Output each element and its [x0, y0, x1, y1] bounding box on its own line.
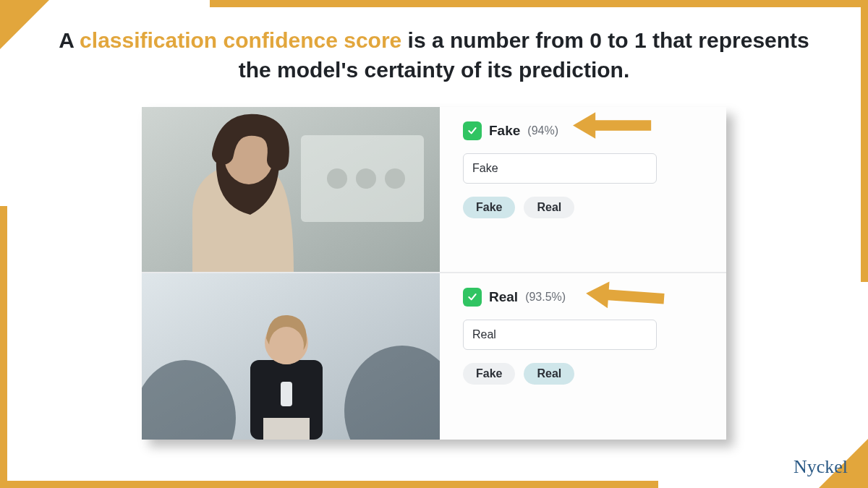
frame-edge-right	[861, 0, 868, 282]
label-input-value: Real	[472, 328, 496, 341]
sample-image	[142, 273, 440, 440]
svg-marker-16	[585, 280, 665, 312]
svg-point-2	[327, 168, 347, 189]
prediction-meta: Real (93.5%) Real Fake Real	[440, 273, 726, 440]
headline-lead: A	[59, 28, 80, 52]
label-chips: Fake Real	[463, 363, 707, 385]
classification-panel: Fake (94%) Fake Fake Real	[142, 107, 726, 440]
svg-rect-14	[281, 382, 292, 406]
confidence-score: (94%)	[527, 124, 558, 137]
corner-triangle-top-left	[0, 0, 49, 49]
prediction-label: Fake	[489, 123, 520, 139]
headline: A classification confidence score is a n…	[58, 26, 810, 85]
sample-image	[142, 107, 440, 272]
annotation-arrow-icon	[573, 106, 652, 145]
prediction-label: Real	[489, 289, 518, 305]
check-icon	[463, 288, 482, 307]
confidence-score: (93.5%)	[525, 291, 566, 304]
frame-edge-top	[210, 0, 868, 7]
svg-point-3	[356, 168, 376, 189]
brand-logo: Nyckel	[793, 456, 848, 478]
label-input[interactable]: Fake	[463, 153, 657, 184]
label-input[interactable]: Real	[463, 320, 657, 350]
label-input-value: Fake	[472, 162, 498, 175]
frame-edge-bottom	[0, 481, 658, 488]
chip-real[interactable]: Real	[524, 363, 574, 385]
chip-fake[interactable]: Fake	[463, 363, 515, 385]
headline-accent: classification confidence score	[80, 28, 401, 52]
chip-fake[interactable]: Fake	[463, 197, 515, 218]
svg-point-13	[269, 327, 304, 364]
frame-edge-left	[0, 206, 7, 488]
label-chips: Fake Real	[463, 197, 707, 218]
svg-rect-11	[263, 418, 310, 440]
svg-marker-15	[573, 112, 651, 139]
check-icon	[463, 121, 482, 140]
chip-real[interactable]: Real	[524, 197, 574, 218]
annotation-arrow-icon	[584, 273, 667, 319]
svg-point-4	[385, 168, 405, 189]
